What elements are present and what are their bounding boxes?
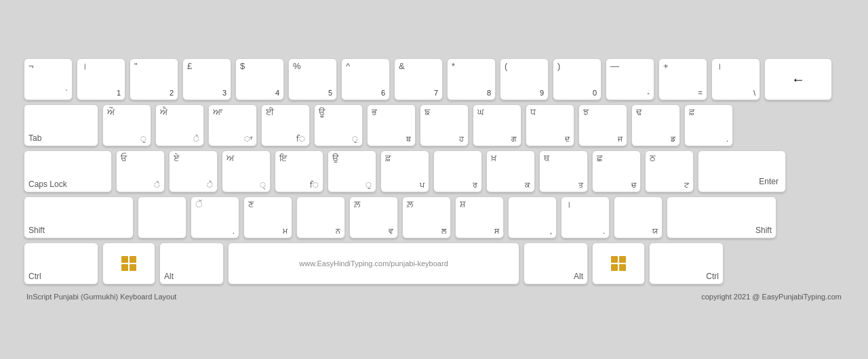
key-comma[interactable]: , [508,196,557,238]
key-enter[interactable]: Enter [698,150,786,192]
key-equals[interactable]: + = [658,58,707,100]
key-tab[interactable]: Tab [24,104,98,146]
key-bracketl[interactable]: ਢ ਡ [631,104,680,146]
key-s[interactable]: ਏ ੇ [169,150,218,192]
key-ctrl-left[interactable]: Ctrl [24,242,98,284]
key-q[interactable]: ਔ ੁ [102,104,151,146]
key-i[interactable]: ਘ ਗ [473,104,521,146]
key-t[interactable]: ਊ ੁ [314,104,363,146]
key-w[interactable]: ਐ ੇ [155,104,204,146]
key-k[interactable]: ਖ਼ ਕ [486,150,535,192]
key-p[interactable]: ਝ ਜ [578,104,627,146]
key-win-right[interactable] [592,242,645,284]
key-4[interactable]: $ 4 [235,58,284,100]
row-qwerty: Tab ਔ ੁ ਐ ੇ ਆ ਾ ਈ ਿ ਊ ੁ ਭ [24,104,844,146]
key-a[interactable]: ਓ ੋ [116,150,165,192]
key-space[interactable]: www.EasyHindiTyping.com/punjabi-keyboard [228,242,519,284]
key-shift-right[interactable]: Shift [667,196,776,238]
key-1[interactable]: । 1 [77,58,125,100]
row-asdf: Caps Lock ਓ ੋ ਏ ੇ ਅ ੍ ਇ ਿ ਉ ੁ [24,150,844,192]
key-v[interactable]: ਨ [296,196,345,238]
key-j[interactable]: ਰ [433,150,482,192]
key-alt-right[interactable]: Alt [524,242,588,284]
key-5[interactable]: % 5 [288,58,337,100]
key-win-left[interactable] [102,242,155,284]
key-alt-left[interactable]: Alt [159,242,224,284]
key-capslock[interactable]: Caps Lock [24,150,112,192]
footer-left-label: InScript Punjabi (Gurmukhi) Keyboard Lay… [26,293,176,301]
footer-right-label: copyright 2021 @ EasyPunjabiTyping.com [701,293,842,301]
key-7[interactable]: & 7 [394,58,443,100]
key-2[interactable]: " 2 [130,58,178,100]
key-8[interactable]: * 8 [447,58,496,100]
key-shift-left[interactable]: Shift [24,196,134,238]
key-minus[interactable]: — - [606,58,654,100]
key-z[interactable] [138,196,186,238]
windows-icon-right [611,256,626,271]
key-r[interactable]: ਈ ਿ [261,104,310,146]
row-numbers: ¬ ` । 1 " 2 £ 3 $ 4 % 5 [24,58,844,100]
key-d[interactable]: ਅ ੍ [222,150,271,192]
key-n[interactable]: ਲ਼ ਲ [402,196,451,238]
key-0[interactable]: ) 0 [553,58,601,100]
key-slash[interactable]: ਯ [614,196,663,238]
key-c[interactable]: ਣ ਮ [243,196,292,238]
key-f[interactable]: ਇ ਿ [275,150,323,192]
key-g[interactable]: ਉ ੁ [328,150,376,192]
key-backspace[interactable]: ← [764,58,832,100]
key-6[interactable]: ^ 6 [341,58,390,100]
windows-icon-left [121,256,136,271]
key-b[interactable]: ਲ਼ ਵ [349,196,398,238]
key-backtick[interactable]: ¬ ` [24,58,73,100]
key-semicolon[interactable]: ਛ ਚ [592,150,641,192]
key-o[interactable]: ਧ ਦ [526,104,574,146]
key-m[interactable]: ਸ਼ ਸ [455,196,504,238]
keyboard-container: ¬ ` । 1 " 2 £ 3 $ 4 % 5 [24,58,844,301]
keyboard-footer: InScript Punjabi (Gurmukhi) Keyboard Lay… [24,289,844,301]
key-9[interactable]: ( 9 [500,58,549,100]
key-e[interactable]: ਆ ਾ [208,104,257,146]
key-backslash[interactable]: । \ [711,58,760,100]
key-y[interactable]: ਭ ਬ [367,104,416,146]
key-l[interactable]: ਥ ਤ [539,150,588,192]
row-bottom: Ctrl Alt www.EasyHindiTyping.com/punjabi… [24,242,844,284]
key-bracketr[interactable]: ਫ਼ . [684,104,733,146]
key-3[interactable]: £ 3 [182,58,231,100]
key-quote[interactable]: ਠ ਟ [645,150,694,192]
key-ctrl-right[interactable]: Ctrl [649,242,724,284]
key-h[interactable]: ਫ਼ ਪ [380,150,429,192]
key-u[interactable]: ਙ ਹ [420,104,469,146]
key-x[interactable]: ੱ . [191,196,239,238]
key-period[interactable]: । . [561,196,610,238]
row-shift: Shift ੱ . ਣ ਮ ਨ ਲ਼ ਵ ਲ਼ [24,196,844,238]
